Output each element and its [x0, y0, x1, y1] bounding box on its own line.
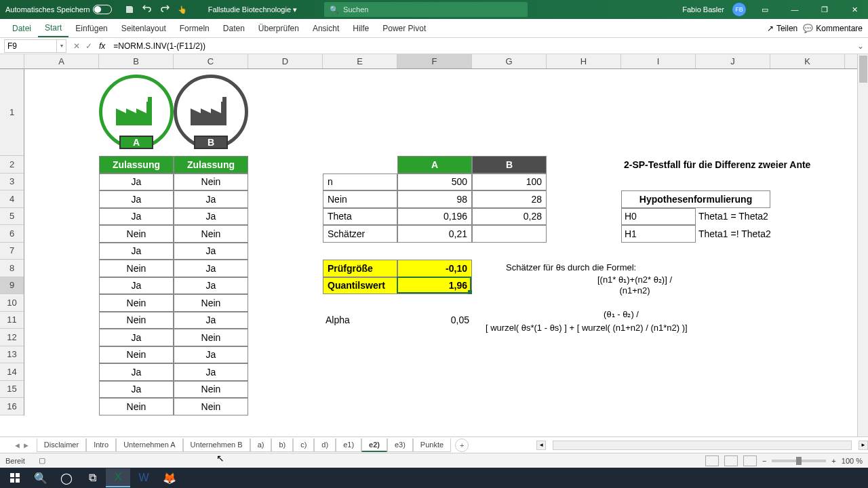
record-macro-icon[interactable]: ▢ — [39, 456, 45, 465]
table-cell[interactable]: Ja — [174, 243, 248, 260]
table-cell[interactable]: Nein — [99, 346, 174, 364]
row-header[interactable]: 6 — [0, 225, 24, 243]
col-header[interactable]: I — [621, 54, 696, 68]
col-header[interactable]: G — [472, 54, 547, 68]
firefox-taskbar-icon[interactable]: 🦊 — [157, 468, 182, 487]
row-header[interactable]: 15 — [0, 381, 24, 399]
tab-hilfe[interactable]: Hilfe — [346, 19, 376, 37]
table-cell[interactable]: Nein — [99, 294, 174, 312]
start-menu-icon[interactable] — [3, 468, 27, 487]
stats-val-b[interactable]: 0,28 — [472, 208, 547, 226]
spreadsheet-grid[interactable]: ABZulassungZulassungJaNeinJaJaJaJaNeinNe… — [24, 69, 857, 436]
row-header[interactable]: 7 — [0, 243, 24, 260]
table-cell[interactable]: Ja — [99, 363, 174, 381]
col-header[interactable]: E — [323, 54, 397, 68]
row-header[interactable]: 13 — [0, 346, 24, 364]
table-cell[interactable]: Ja — [174, 346, 248, 364]
tab-datei[interactable]: Datei — [5, 19, 38, 37]
tab-nav-prev-icon[interactable]: ◄ — [14, 441, 21, 449]
stats-val-b[interactable]: 100 — [472, 174, 547, 191]
row-header[interactable]: 1 — [0, 69, 24, 156]
ribbon-display-icon[interactable]: ▭ — [754, 0, 776, 19]
stats-val-a[interactable]: 0,21 — [397, 225, 472, 243]
sheet-tab[interactable]: Unternehmen B — [183, 439, 250, 452]
vertical-scrollbar[interactable] — [857, 54, 868, 436]
document-name[interactable]: Fallstudie Biotechnologie ▾ — [208, 5, 297, 14]
tab-daten[interactable]: Daten — [216, 19, 252, 37]
sheet-tab[interactable]: a) — [250, 439, 272, 452]
username[interactable]: Fabio Basler — [682, 5, 724, 14]
row-header[interactable]: 16 — [0, 398, 24, 415]
tab-start[interactable]: Start — [38, 19, 68, 37]
h0-val[interactable]: Theta1 = Theta2 — [696, 208, 845, 226]
page-layout-view-icon[interactable] — [724, 455, 738, 466]
redo-icon[interactable] — [159, 4, 170, 15]
sheet-tab[interactable]: Unternehmen A — [116, 439, 182, 452]
stats-header-b[interactable]: B — [472, 156, 547, 174]
stats-label[interactable]: Nein — [323, 190, 397, 208]
row-header[interactable]: 9 — [0, 277, 24, 295]
table-header-a[interactable]: Zulassung — [99, 156, 174, 174]
user-avatar[interactable]: FB — [732, 3, 746, 16]
search-taskbar-icon[interactable]: 🔍 — [28, 468, 53, 487]
undo-icon[interactable] — [142, 4, 153, 15]
pruefgroesse-val[interactable]: -0,10 — [397, 260, 472, 277]
stats-label[interactable]: Schätzer — [323, 225, 397, 243]
table-cell[interactable]: Nein — [99, 312, 174, 329]
save-icon[interactable] — [124, 4, 135, 15]
excel-taskbar-icon[interactable]: X — [106, 468, 130, 487]
confirm-formula-icon[interactable]: ✓ — [85, 41, 92, 51]
table-cell[interactable]: Nein — [174, 381, 248, 399]
tab-ueberpruefen[interactable]: Überprüfen — [252, 19, 306, 37]
table-cell[interactable]: Ja — [99, 174, 174, 191]
touch-icon[interactable]: 👆 — [177, 4, 188, 15]
table-header-b[interactable]: Zulassung — [174, 156, 248, 174]
col-header[interactable]: F — [397, 54, 472, 68]
row-header[interactable]: 4 — [0, 190, 24, 208]
col-header[interactable]: C — [174, 54, 248, 68]
page-break-view-icon[interactable] — [743, 455, 757, 466]
stats-val-a[interactable]: 0,196 — [397, 208, 472, 226]
close-icon[interactable]: ✕ — [844, 0, 865, 19]
tab-ansicht[interactable]: Ansicht — [306, 19, 346, 37]
sheet-tab[interactable]: Intro — [86, 439, 116, 452]
table-cell[interactable]: Ja — [174, 260, 248, 277]
table-cell[interactable]: Ja — [99, 277, 174, 295]
hscroll-left-icon[interactable]: ◄ — [536, 441, 546, 450]
test-title[interactable]: 2-SP-Testfall für die Differenz zweier A… — [621, 156, 857, 174]
fx-icon[interactable]: fx — [99, 41, 105, 51]
table-cell[interactable]: Ja — [174, 190, 248, 208]
stats-label[interactable]: n — [323, 174, 397, 191]
select-all-corner[interactable] — [0, 54, 24, 69]
add-sheet-button[interactable]: + — [455, 439, 469, 452]
col-header[interactable]: D — [248, 54, 323, 68]
formula-input[interactable]: =NORM.S.INV(1-(F11/2)) — [111, 41, 857, 51]
table-cell[interactable]: Nein — [99, 398, 174, 415]
share-button[interactable]: ↗ Teilen — [767, 24, 797, 33]
stats-val-b[interactable]: 28 — [472, 190, 547, 208]
table-cell[interactable]: Nein — [99, 260, 174, 277]
cancel-formula-icon[interactable]: ✕ — [73, 41, 80, 51]
table-cell[interactable]: Nein — [174, 398, 248, 415]
col-header[interactable]: A — [24, 54, 99, 68]
stats-val-b[interactable] — [472, 225, 547, 243]
sheet-tab[interactable]: Punkte — [413, 439, 451, 452]
col-header[interactable]: H — [547, 54, 621, 68]
zoom-out-icon[interactable]: − — [762, 457, 766, 465]
row-header[interactable]: 10 — [0, 294, 24, 312]
tab-einfuegen[interactable]: Einfügen — [68, 19, 114, 37]
row-header[interactable]: 5 — [0, 208, 24, 226]
stats-val-a[interactable]: 98 — [397, 190, 472, 208]
comments-button[interactable]: 💬 Kommentare — [803, 24, 863, 33]
sheet-tab[interactable]: d) — [314, 439, 336, 452]
col-header[interactable]: J — [696, 54, 770, 68]
sheet-tab[interactable]: e2) — [361, 439, 387, 452]
col-header[interactable]: K — [770, 54, 845, 68]
table-cell[interactable]: Nein — [174, 294, 248, 312]
table-cell[interactable]: Ja — [99, 243, 174, 260]
hscroll-right-icon[interactable]: ► — [859, 441, 868, 450]
stats-label[interactable]: Theta — [323, 208, 397, 226]
row-header[interactable]: 3 — [0, 174, 24, 191]
tab-seitenlayout[interactable]: Seitenlayout — [115, 19, 173, 37]
sheet-tab[interactable]: Disclaimer — [37, 439, 86, 452]
